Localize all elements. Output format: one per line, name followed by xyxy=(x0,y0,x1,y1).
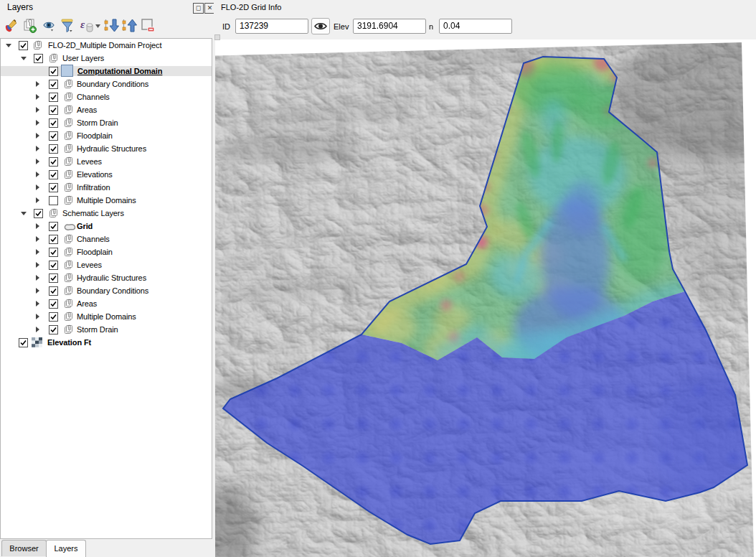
svg-text:ε: ε xyxy=(80,19,85,30)
